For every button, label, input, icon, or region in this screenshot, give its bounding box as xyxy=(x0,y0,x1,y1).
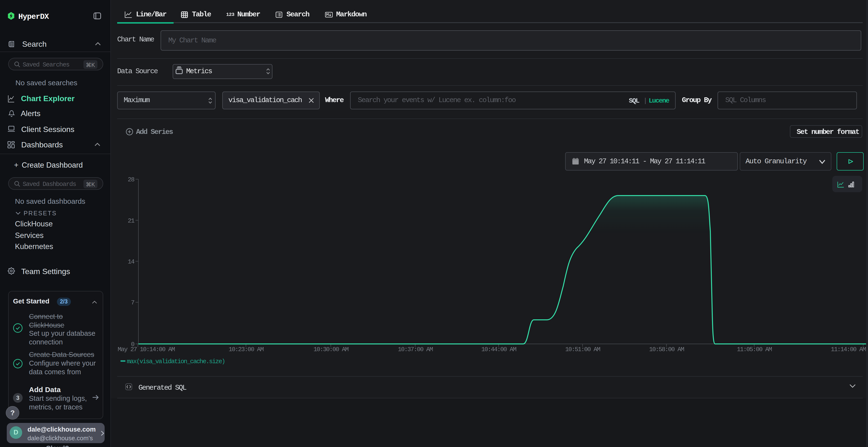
svg-text:10:30:00 AM: 10:30:00 AM xyxy=(313,346,348,353)
svg-text:10:44:00 AM: 10:44:00 AM xyxy=(481,346,516,353)
svg-text:14: 14 xyxy=(128,258,134,265)
svg-text:May 27 10:14:00 AM: May 27 10:14:00 AM xyxy=(118,346,175,353)
svg-text:10:51:00 AM: 10:51:00 AM xyxy=(565,346,600,353)
svg-text:11:14:00 AM: 11:14:00 AM xyxy=(831,346,866,353)
svg-text:11:05:00 AM: 11:05:00 AM xyxy=(737,346,772,353)
svg-text:21: 21 xyxy=(128,217,134,225)
svg-text:10:23:00 AM: 10:23:00 AM xyxy=(228,346,264,353)
svg-text:7: 7 xyxy=(131,299,134,306)
svg-text:28: 28 xyxy=(128,176,134,183)
svg-text:10:37:00 AM: 10:37:00 AM xyxy=(398,346,433,353)
svg-text:10:58:00 AM: 10:58:00 AM xyxy=(649,346,684,353)
